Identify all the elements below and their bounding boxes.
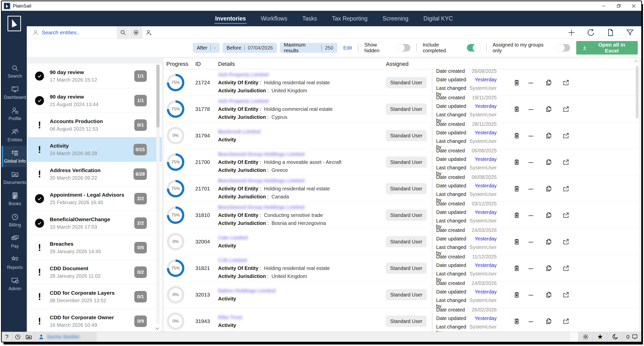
close-button[interactable]	[626, 1, 641, 11]
delete-trash-icon[interactable]	[512, 211, 521, 220]
open-external-icon[interactable]	[561, 264, 570, 273]
worklist-item[interactable]: ! CDD for Corporate Layers 08 December 2…	[28, 284, 162, 309]
restore-button[interactable]	[611, 1, 626, 11]
refresh-icon[interactable]	[586, 28, 596, 37]
worklist-item[interactable]: ! 90 day review 17 March 2026 15:12 1/1	[28, 64, 162, 88]
filter-icon[interactable]	[625, 28, 635, 37]
copy-icon[interactable]	[544, 317, 553, 326]
dash-icon[interactable]	[526, 211, 535, 220]
copy-icon[interactable]	[544, 184, 553, 193]
folder-icon[interactable]	[23, 332, 34, 342]
minimize-button[interactable]	[596, 1, 611, 11]
help-button[interactable]: ?	[2, 332, 12, 342]
sidebar-item-entities[interactable]: Entities	[2, 125, 27, 146]
scroll-down-chevron-icon[interactable]	[155, 327, 160, 330]
toggle-show-hidden[interactable]	[397, 44, 410, 52]
edit-filters-link[interactable]: Edit	[343, 45, 352, 51]
table-row[interactable]: 75% 31778 Ash Property Limited Activity …	[164, 96, 639, 122]
open-external-icon[interactable]	[561, 317, 570, 326]
worklist-item[interactable]: ! CDD Document 28 January 2026 11:02 0/2	[28, 260, 162, 284]
copy-icon[interactable]	[544, 211, 553, 220]
nav-tab-digital-kyc[interactable]: Digital KYC	[423, 11, 454, 26]
table-row[interactable]: 75% 21701 Beechwood Group Holdings Limit…	[164, 175, 639, 202]
entity-name-link[interactable]: Dalton Holdings Limited	[218, 288, 276, 293]
entity-name-link[interactable]: Ash Property Limited	[218, 72, 330, 77]
filter-chip-after[interactable]: After -	[193, 43, 220, 53]
open-all-in-excel-button[interactable]: Open all in Excel	[576, 41, 638, 55]
open-external-icon[interactable]	[561, 131, 570, 140]
toggle-assigned-to-my-groups-only[interactable]	[557, 44, 570, 52]
copy-icon[interactable]	[544, 264, 553, 273]
delete-trash-icon[interactable]	[512, 158, 521, 167]
worklist-item[interactable]: ! Appointment - Legal Advisors 25 Februa…	[28, 186, 162, 211]
dark-mode-moon-icon[interactable]	[607, 332, 623, 342]
dash-icon[interactable]	[526, 78, 535, 87]
scroll-up-chevron-icon[interactable]	[634, 60, 638, 63]
open-external-icon[interactable]	[561, 290, 570, 299]
sidebar-item-admin[interactable]: Admin	[2, 273, 27, 295]
toggle-include-completed[interactable]	[467, 44, 480, 52]
entity-name-link[interactable]: CJS Limited	[218, 257, 330, 263]
nav-tab-tasks[interactable]: Tasks	[302, 11, 318, 26]
current-user[interactable]: Sacha Sentier	[34, 332, 97, 342]
search-input[interactable]	[42, 30, 117, 36]
worklist-item[interactable]: ! BeneficialOwnerChange 10 March 2026 17…	[28, 211, 162, 235]
sidebar-item-billing[interactable]: Billing	[2, 210, 27, 231]
sidebar-item-search[interactable]: Search	[2, 61, 27, 82]
new-document-icon[interactable]	[606, 28, 615, 37]
open-external-icon[interactable]	[561, 78, 570, 87]
add-icon[interactable]	[567, 28, 576, 37]
dash-icon[interactable]	[526, 317, 535, 326]
sidebar-item-pay[interactable]: Pay	[2, 231, 27, 252]
settings-gear-icon[interactable]	[578, 332, 593, 342]
scope-radio-icon[interactable]	[130, 26, 142, 39]
delete-trash-icon[interactable]	[512, 78, 521, 87]
delete-trash-icon[interactable]	[512, 184, 521, 193]
sidebar-item-documents[interactable]: Documents	[2, 167, 27, 188]
copy-icon[interactable]	[544, 237, 553, 246]
sidebar-item-global-info[interactable]: Global Info	[2, 146, 27, 167]
delete-trash-icon[interactable]	[512, 237, 521, 246]
filter-chip-maximum-results[interactable]: Maximum results 250	[280, 43, 337, 53]
open-external-icon[interactable]	[561, 158, 570, 167]
dash-icon[interactable]	[526, 290, 535, 299]
worklist-scrollbar-thumb[interactable]	[156, 65, 160, 127]
worklist-item[interactable]: ! Activity 24 March 2026 08:28 0/15	[28, 137, 162, 162]
search-button[interactable]	[117, 26, 129, 39]
table-row[interactable]: 0% 32004 Cale Limited Activity Standard …	[164, 228, 639, 255]
nav-tab-screening[interactable]: Screening	[382, 11, 409, 26]
worklist-scrollbar[interactable]	[156, 65, 160, 324]
entity-name-link[interactable]: Cale Limited	[218, 235, 248, 240]
table-row[interactable]: 0% 32013 Dalton Holdings Limited Activit…	[164, 281, 639, 308]
dash-icon[interactable]	[526, 184, 535, 193]
dash-icon[interactable]	[526, 131, 535, 140]
copy-icon[interactable]	[544, 158, 553, 167]
sidebar-item-profile[interactable]: Profile	[2, 103, 27, 125]
dash-icon[interactable]	[526, 237, 535, 246]
open-external-icon[interactable]	[561, 211, 570, 220]
delete-trash-icon[interactable]	[512, 290, 521, 299]
table-row[interactable]: 75% 21724 Ash Property Limited Activity …	[164, 69, 639, 96]
add-person-icon[interactable]	[143, 26, 155, 39]
entity-name-link[interactable]: Ash Property Limited	[218, 98, 333, 104]
nav-tab-tax-reporting[interactable]: Tax Reporting	[331, 11, 368, 26]
filter-chip-before[interactable]: Before 07/04/2026	[223, 43, 277, 53]
copy-icon[interactable]	[544, 290, 553, 299]
copy-icon[interactable]	[544, 78, 553, 87]
entity-name-link[interactable]: Beechwood Group Holdings Limited	[218, 204, 326, 210]
sidebar-item-dashboard[interactable]: Dashboard	[2, 82, 27, 103]
entity-name-link[interactable]: Beechwood Group Holdings Limited	[218, 178, 330, 183]
worklist-item[interactable]: ! 90 day review 21 August 2024 13:44 1/1	[28, 88, 162, 113]
dash-icon[interactable]	[526, 105, 535, 114]
history-clock-icon[interactable]	[12, 332, 23, 342]
copy-icon[interactable]	[544, 105, 553, 114]
delete-trash-icon[interactable]	[512, 131, 521, 140]
table-row[interactable]: 0% 31794 Banbrook Limited Activity Stand…	[164, 122, 639, 149]
table-scrollbar-thumb[interactable]	[636, 66, 638, 118]
worklist-item[interactable]: ! CDD for Corporate Owner 16 March 2026 …	[28, 309, 162, 332]
open-external-icon[interactable]	[561, 105, 570, 114]
sidebar-item-books[interactable]: Books	[2, 188, 27, 210]
dash-icon[interactable]	[526, 264, 535, 273]
copy-icon[interactable]	[544, 131, 553, 140]
dash-icon[interactable]	[526, 158, 535, 167]
